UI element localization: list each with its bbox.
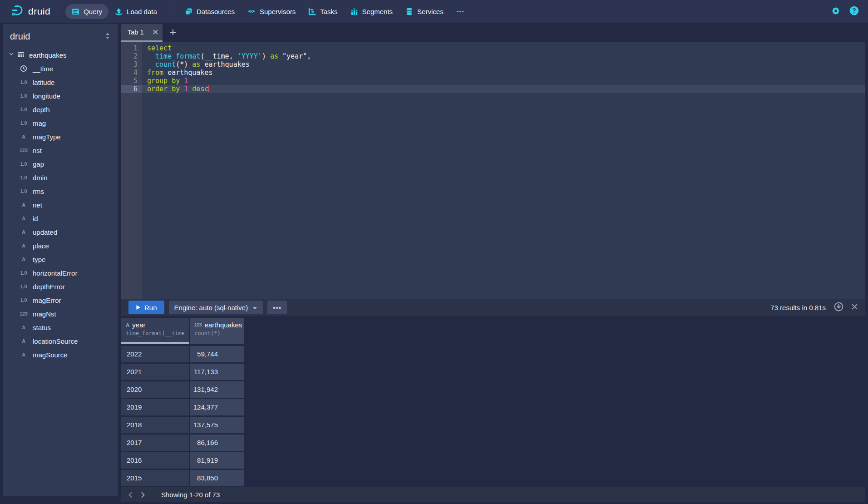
brand[interactable]: druid bbox=[11, 4, 50, 19]
tasks-icon bbox=[308, 8, 316, 15]
table-row[interactable]: 2021117,133 bbox=[121, 364, 245, 380]
table-row[interactable]: 201786,166 bbox=[121, 435, 245, 451]
num-type-icon: 1.0 bbox=[18, 161, 29, 167]
column-header-earthquakes[interactable]: 123 earthquakes count(*) bbox=[190, 318, 244, 344]
cell-earthquakes[interactable]: 81,919 bbox=[190, 452, 244, 469]
sidebar-column-magError[interactable]: 1.0magError bbox=[3, 293, 118, 307]
cell-year[interactable]: 2017 bbox=[121, 435, 189, 451]
column-name: depth bbox=[33, 106, 50, 114]
brand-text: druid bbox=[28, 6, 50, 17]
datasource-row-earthquakes[interactable]: earthquakes bbox=[3, 48, 118, 62]
cell-year[interactable]: 2016 bbox=[121, 452, 189, 469]
sidebar-column-longitude[interactable]: 1.0longitude bbox=[3, 89, 118, 103]
column-name: rms bbox=[33, 188, 44, 195]
schema-sidebar: druid earthquakes __time1.0latitude1.0lo… bbox=[3, 24, 118, 496]
column-name: type bbox=[33, 256, 45, 263]
nav-more[interactable] bbox=[450, 4, 471, 19]
num-type-icon: 1.0 bbox=[18, 188, 29, 194]
column-name: status bbox=[33, 324, 51, 331]
more-icon bbox=[456, 8, 464, 15]
cell-earthquakes[interactable]: 131,942 bbox=[190, 381, 244, 398]
pagination-label: Showing 1-20 of 73 bbox=[161, 491, 220, 499]
download-icon bbox=[834, 302, 843, 313]
table-row[interactable]: 201681,919 bbox=[121, 452, 245, 469]
plus-icon bbox=[170, 29, 176, 37]
sidebar-column-depth[interactable]: 1.0depth bbox=[3, 103, 118, 116]
sidebar-column-gap[interactable]: 1.0gap bbox=[3, 157, 118, 171]
play-icon bbox=[136, 304, 141, 311]
help-button[interactable]: ? bbox=[849, 6, 859, 17]
sidebar-column-depthError[interactable]: 1.0depthError bbox=[3, 280, 118, 293]
nav-query[interactable]: Query bbox=[65, 4, 108, 19]
table-row[interactable]: 202259,744 bbox=[121, 346, 245, 362]
cell-year[interactable]: 2021 bbox=[121, 364, 189, 380]
num-type-icon: 1.0 bbox=[18, 270, 29, 276]
clock-icon bbox=[18, 65, 29, 72]
nav-datasources[interactable]: Datasources bbox=[178, 4, 241, 19]
sidebar-column-rms[interactable]: 1.0rms bbox=[3, 184, 118, 198]
cell-earthquakes[interactable]: 83,850 bbox=[190, 470, 244, 486]
table-row[interactable]: 2020131,942 bbox=[121, 381, 245, 398]
engine-select-button[interactable]: Engine: auto (sql-native) bbox=[169, 301, 263, 314]
close-results-button[interactable] bbox=[852, 304, 858, 311]
cell-year[interactable]: 2022 bbox=[121, 346, 189, 362]
run-button[interactable]: Run bbox=[128, 301, 164, 314]
num-type-icon: 1.0 bbox=[18, 93, 29, 99]
sidebar-column-horizontalError[interactable]: 1.0horizontalError bbox=[3, 266, 118, 280]
column-name: latitude bbox=[33, 79, 54, 86]
close-tab-icon[interactable] bbox=[153, 28, 158, 36]
table-row[interactable]: 201583,850 bbox=[121, 470, 245, 486]
close-icon bbox=[852, 304, 858, 311]
sidebar-column-mag[interactable]: 1.0mag bbox=[3, 116, 118, 130]
more-icon: ••• bbox=[273, 304, 281, 311]
cell-earthquakes[interactable]: 86,166 bbox=[190, 435, 244, 451]
sidebar-column-place[interactable]: Aplace bbox=[3, 239, 118, 252]
sidebar-column-status[interactable]: Astatus bbox=[3, 321, 118, 334]
sidebar-column-type[interactable]: Atype bbox=[3, 252, 118, 266]
cell-year[interactable]: 2018 bbox=[121, 417, 189, 433]
table-row[interactable]: 2019124,377 bbox=[121, 399, 245, 415]
num-type-icon: 1.0 bbox=[18, 297, 29, 303]
sidebar-column-dmin[interactable]: 1.0dmin bbox=[3, 171, 118, 184]
results-table-body: 202259,7442021117,1332020131,9422019124,… bbox=[121, 346, 245, 488]
nav-segments[interactable]: Segments bbox=[344, 4, 399, 19]
sidebar-column-locationSource[interactable]: AlocationSource bbox=[3, 334, 118, 348]
sidebar-column-magType[interactable]: AmagType bbox=[3, 130, 118, 143]
tab-1[interactable]: Tab 1 bbox=[121, 24, 163, 42]
prev-page-button[interactable] bbox=[124, 489, 137, 501]
cell-earthquakes[interactable]: 117,133 bbox=[190, 364, 244, 380]
column-header-year[interactable]: A year time_format(__time, … bbox=[121, 318, 189, 344]
sidebar-column-magSource[interactable]: AmagSource bbox=[3, 348, 118, 361]
sidebar-column-latitude[interactable]: 1.0latitude bbox=[3, 75, 118, 89]
download-results-button[interactable] bbox=[834, 302, 843, 313]
nav-tasks[interactable]: Tasks bbox=[302, 4, 344, 19]
cell-year[interactable]: 2019 bbox=[121, 399, 189, 415]
sidebar-column-net[interactable]: Anet bbox=[3, 198, 118, 212]
chevron-down-icon bbox=[8, 51, 15, 59]
cell-year[interactable]: 2020 bbox=[121, 381, 189, 398]
cell-earthquakes[interactable]: 59,744 bbox=[190, 346, 244, 362]
sidebar-column-__time[interactable]: __time bbox=[3, 62, 118, 75]
services-icon bbox=[405, 8, 413, 15]
sql-editor[interactable]: 1select2 time_format(__time, 'YYYY') as … bbox=[121, 42, 865, 299]
cell-earthquakes[interactable]: 137,575 bbox=[190, 417, 244, 433]
sort-columns-icon[interactable] bbox=[104, 32, 111, 41]
cell-earthquakes[interactable]: 124,377 bbox=[190, 399, 244, 415]
nav-supervisors[interactable]: Supervisors bbox=[241, 4, 302, 19]
sidebar-column-nst[interactable]: 123nst bbox=[3, 143, 118, 157]
settings-button[interactable] bbox=[831, 6, 840, 17]
next-page-button[interactable] bbox=[137, 489, 149, 501]
nav-load-data[interactable]: Load data bbox=[108, 4, 163, 19]
sidebar-column-magNst[interactable]: 123magNst bbox=[3, 307, 118, 321]
table-row[interactable]: 2018137,575 bbox=[121, 417, 245, 433]
sidebar-column-updated[interactable]: Aupdated bbox=[3, 225, 118, 239]
cell-year[interactable]: 2015 bbox=[121, 470, 189, 486]
schema-selector[interactable]: druid bbox=[10, 31, 30, 42]
code-line-2: 2 time_format(__time, 'YYYY') as "year", bbox=[121, 52, 865, 60]
sidebar-column-id[interactable]: Aid bbox=[3, 212, 118, 225]
nav-services[interactable]: Services bbox=[399, 4, 450, 19]
run-more-button[interactable]: ••• bbox=[267, 301, 287, 314]
top-navbar: druid Query Load data Datasources Superv… bbox=[0, 0, 868, 23]
add-tab-button[interactable] bbox=[170, 24, 176, 42]
str-type-icon: A bbox=[18, 229, 29, 235]
